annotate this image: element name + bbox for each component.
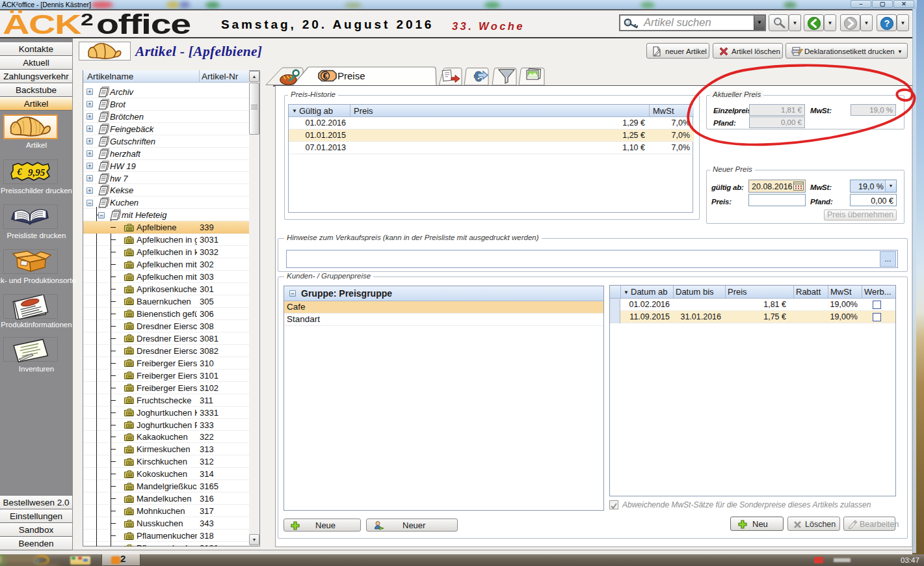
svg-text:Preise: Preise xyxy=(337,70,365,81)
svg-text:€: € xyxy=(17,167,23,177)
svg-text:9,95: 9,95 xyxy=(28,167,46,178)
svg-text:?: ? xyxy=(884,18,890,29)
svg-text:€: € xyxy=(323,72,328,81)
